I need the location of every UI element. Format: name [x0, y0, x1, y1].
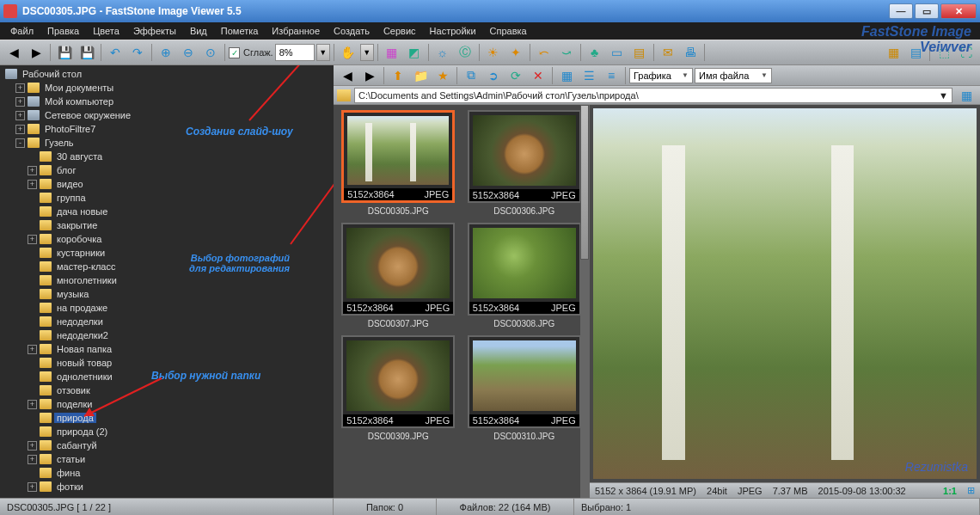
preview-expand-icon[interactable]: ⊞	[967, 485, 975, 496]
tree-row[interactable]: +Мой компьютер	[3, 95, 330, 108]
menu-effects[interactable]: Эффекты	[128, 24, 181, 38]
expand-icon[interactable]: +	[15, 97, 25, 107]
tree-row[interactable]: 30 августа	[3, 150, 330, 163]
menu-colors[interactable]: Цвета	[88, 24, 125, 38]
tree-row[interactable]: +поделки	[3, 397, 330, 411]
print-button[interactable]: 🖶	[680, 42, 701, 63]
copy-button[interactable]: ⧉	[461, 65, 481, 86]
tree-row[interactable]: однолетники	[3, 370, 330, 383]
menu-help[interactable]: Справка	[485, 24, 532, 38]
view-thumbs-button[interactable]: ▦	[556, 65, 577, 86]
tree-row[interactable]: музыка	[3, 287, 330, 301]
undo-button[interactable]: ⤺	[534, 42, 554, 63]
tree-row[interactable]: закрытие	[3, 218, 330, 232]
expand-icon[interactable]: +	[28, 400, 37, 409]
compare-button[interactable]: ◩	[404, 42, 425, 63]
preview-image[interactable]: Rezumistka	[593, 108, 977, 479]
expand-icon[interactable]: +	[28, 166, 37, 175]
menu-edit[interactable]: Правка	[42, 24, 84, 38]
tool-3[interactable]: ☀	[483, 42, 504, 63]
menu-file[interactable]: Файл	[5, 24, 39, 38]
expand-icon[interactable]: +	[15, 111, 25, 120]
move-button[interactable]: ➲	[483, 65, 504, 86]
new-folder-button[interactable]: 📁	[410, 65, 431, 86]
tree-row[interactable]: +статьи	[3, 452, 330, 466]
tree-row[interactable]: недоделки2	[3, 328, 330, 342]
zoom-dropdown[interactable]: ▼	[316, 44, 330, 61]
tree-row[interactable]: +PhotoFiltre7	[3, 122, 330, 136]
tree-icon[interactable]: ♣	[585, 42, 605, 63]
delete-button[interactable]: ✕	[528, 65, 548, 86]
expand-icon[interactable]: +	[28, 455, 37, 464]
thumbnail[interactable]: 5152x3864JPEGDSC00310.JPG	[465, 335, 585, 441]
tree-row[interactable]: природа	[3, 411, 330, 425]
layout-1-button[interactable]: ▦	[883, 42, 903, 63]
slideshow-button[interactable]: ▦	[382, 42, 402, 63]
zoom-out-button[interactable]: ⊖	[178, 42, 199, 63]
expand-icon[interactable]: +	[15, 83, 25, 93]
redo-button[interactable]: ⤻	[556, 42, 577, 63]
nav-back-2[interactable]: ◀	[337, 65, 358, 86]
tree-row[interactable]: дача новые	[3, 205, 330, 218]
tool-2[interactable]: Ⓒ	[455, 42, 475, 63]
nav-fwd-2[interactable]: ▶	[359, 65, 380, 86]
tree-row[interactable]: мастер-класс	[3, 260, 330, 273]
up-button[interactable]: ⬆	[388, 65, 408, 86]
tree-row[interactable]: фина	[3, 466, 330, 480]
filter-combo[interactable]: Графика▼	[629, 68, 693, 83]
tree-row[interactable]: +сабантуй	[3, 438, 330, 452]
view-details-button[interactable]: ≡	[601, 65, 622, 86]
tree-row[interactable]: на продаже	[3, 301, 330, 315]
fav-button[interactable]: ★	[432, 65, 453, 86]
expand-icon[interactable]: +	[28, 441, 37, 451]
thumbnail[interactable]: 5152x3864JPEGDSC00306.JPG	[465, 110, 585, 216]
tree-root-row[interactable]: Рабочий стол	[3, 67, 330, 81]
sort-combo[interactable]: Имя файла▼	[695, 68, 772, 83]
nav-fwd-button[interactable]: ▶	[26, 42, 46, 63]
path-input[interactable]: C:\Documents and Settings\Admin\Рабочий …	[354, 88, 952, 103]
menu-create[interactable]: Создать	[328, 24, 375, 38]
view-list-button[interactable]: ☰	[579, 65, 599, 86]
rotate-right-button[interactable]: ↷	[127, 42, 148, 63]
save-button[interactable]: 💾	[54, 42, 75, 63]
tree-row[interactable]: отзовик	[3, 383, 330, 397]
expand-icon[interactable]: +	[28, 235, 37, 244]
menu-settings[interactable]: Настройки	[425, 24, 481, 38]
batch-button[interactable]: ▤	[629, 42, 650, 63]
menu-favorites[interactable]: Избранное	[266, 24, 325, 38]
go-button[interactable]: ▦	[956, 85, 977, 106]
thumbnail[interactable]: 5152x3864JPEGDSC00308.JPG	[465, 223, 585, 328]
tool-1[interactable]: ☼	[432, 42, 453, 63]
rotate-left-button[interactable]: ↶	[105, 42, 126, 63]
thumbnail[interactable]: 5152x3864JPEGDSC00305.JPG	[339, 110, 458, 216]
zoom-value[interactable]: 8%	[275, 44, 315, 61]
tree-row[interactable]: +Новая папка	[3, 342, 330, 356]
expand-icon[interactable]: -	[15, 138, 25, 148]
zoom-in-button[interactable]: ⊕	[156, 42, 176, 63]
expand-icon[interactable]: +	[15, 125, 25, 134]
zoom-fit-button[interactable]: ⊙	[200, 42, 221, 63]
screen-button[interactable]: ▭	[607, 42, 628, 63]
menu-tag[interactable]: Пометка	[216, 24, 264, 38]
tree-row[interactable]: +коробочка	[3, 232, 330, 246]
minimize-button[interactable]: —	[889, 3, 913, 19]
thumbnail[interactable]: 5152x3864JPEGDSC00307.JPG	[339, 223, 458, 328]
smooth-checkbox[interactable]: ✓ Сглаж.	[229, 47, 273, 58]
tree-row[interactable]: -Гузель	[3, 136, 330, 150]
expand-icon[interactable]: +	[28, 180, 37, 189]
menu-tools[interactable]: Сервис	[378, 24, 421, 38]
tree-row[interactable]: новый товар	[3, 356, 330, 370]
tree-row[interactable]: +видео	[3, 177, 330, 191]
save-as-button[interactable]: 💾	[77, 42, 97, 63]
tree-row[interactable]: +Сетевое окружение	[3, 108, 330, 122]
refresh-button[interactable]: ⟳	[505, 65, 526, 86]
mail-button[interactable]: ✉	[658, 42, 678, 63]
maximize-button[interactable]: ▭	[915, 3, 939, 19]
expand-icon[interactable]: +	[28, 345, 37, 354]
tree-row[interactable]: +фотки	[3, 480, 330, 494]
tree-row[interactable]: природа (2)	[3, 425, 330, 438]
tree-row[interactable]: многолетники	[3, 273, 330, 287]
tree-row[interactable]: +Мои документы	[3, 81, 330, 95]
hand-dropdown[interactable]: ▼	[360, 44, 374, 61]
tree-row[interactable]: +блог	[3, 163, 330, 177]
